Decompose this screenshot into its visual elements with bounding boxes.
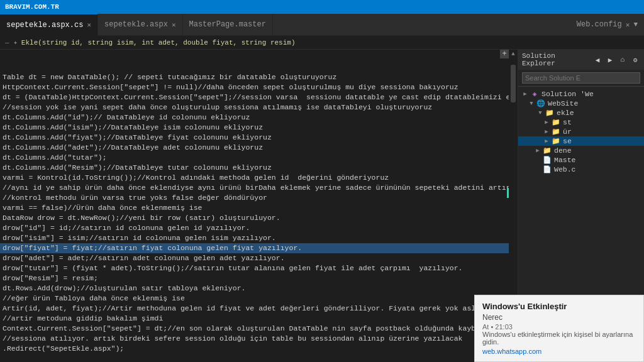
tree-item-website[interactable]: ▼ 🌐 WebSite bbox=[518, 99, 644, 108]
code-line: dt.Columns.Add("adet");//DataTableye ade… bbox=[0, 143, 509, 153]
tree-item-master[interactable]: 📄 Maste bbox=[518, 155, 644, 165]
code-line: HttpContext.Current.Session["sepet"] != … bbox=[0, 82, 509, 92]
website-icon: 🌐 bbox=[536, 99, 546, 107]
line-code: drow["tutar"] = (fiyat * adet).ToString(… bbox=[3, 263, 463, 273]
notif-link[interactable]: web.whatsapp.com bbox=[482, 348, 636, 355]
se-home-button[interactable]: ⌂ bbox=[618, 55, 628, 65]
code-line: dt.Columns.Add("fiyat");//DataTableye fi… bbox=[0, 133, 509, 143]
line-code: //artir metoduna giddip bakalım şimdi bbox=[3, 314, 163, 324]
website-label: WebSite bbox=[548, 99, 578, 107]
code-line: drow["id"] = id;//satırın id colonuna ge… bbox=[0, 223, 509, 233]
line-code: varmi = Kontrol(id.ToString());//Kontrol… bbox=[3, 173, 389, 183]
scroll-thumb[interactable] bbox=[511, 65, 516, 102]
code-line: drow["adet"] = adet;//satırın adet colon… bbox=[0, 253, 509, 263]
code-line: //session yok ise yani sepet daha önce o… bbox=[0, 102, 509, 112]
tab-sepetekle-cs[interactable]: sepetekle.aspx.cs ✕ bbox=[0, 14, 98, 36]
close-icon[interactable]: ✕ bbox=[626, 21, 630, 29]
file-label: Maste bbox=[554, 156, 576, 164]
code-line: dt.Columns.Add("isim");//DataTableye isi… bbox=[0, 123, 509, 133]
line-code: .Redirect("SepetEkle.aspx"); bbox=[3, 344, 124, 354]
line-code: Context.Current.Session["sepet"] = dt;//… bbox=[3, 324, 509, 334]
se-search-input[interactable] bbox=[522, 72, 640, 84]
breadcrumb-separator: — ✦ bbox=[5, 38, 18, 47]
line-code: drow["Resim"] = resim; bbox=[3, 273, 98, 283]
close-icon[interactable]: ✕ bbox=[87, 21, 91, 29]
tree-item-ekle[interactable]: ▼ 📁 ekle bbox=[518, 108, 644, 118]
tree-arrow: ▶ bbox=[533, 147, 542, 154]
line-code: //kontrol methodu ürün varsa true yoks f… bbox=[3, 193, 267, 203]
tab-sepetekle-aspx[interactable]: sepetekle.aspx ✕ bbox=[98, 14, 182, 36]
brand-label: BRAVIM.COM.TR bbox=[5, 3, 59, 11]
tree-item-webconfig[interactable]: 📄 Web.c bbox=[518, 165, 644, 174]
code-line: dt = (DataTable)HttpContext.Current.Sess… bbox=[0, 92, 509, 102]
line-code: Artir(id, adet, fiyat);//Artir methoduna… bbox=[3, 304, 509, 314]
tab-label: sepetekle.aspx bbox=[104, 20, 168, 29]
breadcrumb-bar: — ✦ Ekle(string id, string isim, int ade… bbox=[0, 36, 644, 50]
line-code: //sessiona atılıyor. artık birdeki sefer… bbox=[3, 334, 463, 344]
code-line: //aynı id ye sahip ürün daha önce eklend… bbox=[0, 183, 509, 193]
close-icon[interactable]: ✕ bbox=[172, 21, 176, 29]
scroll-up-arrow[interactable]: ▲ bbox=[509, 50, 518, 58]
line-code: dt = (DataTable)HttpContext.Current.Sess… bbox=[3, 92, 509, 102]
add-line-button[interactable]: + bbox=[500, 50, 509, 58]
line-code: drow["adet"] = adet;//satırın adet colon… bbox=[3, 253, 285, 263]
tree-item-se[interactable]: ▶ 📁 se bbox=[518, 136, 644, 146]
tree-item-dene[interactable]: ▶ 📁 dene bbox=[518, 146, 644, 155]
line-code: dt.Rows.Add(drow);//oluşturulan satır ta… bbox=[3, 283, 245, 293]
folder-label: se bbox=[563, 137, 572, 145]
notif-body: Windows'u etkinleştirmek için kişisel bi… bbox=[482, 331, 636, 346]
line-code: drow["isim"] = isim;//satırın id colonun… bbox=[3, 233, 276, 243]
code-line: Table dt = new DataTable(); // sepeti tu… bbox=[0, 72, 509, 82]
tree-arrow: ▶ bbox=[542, 119, 551, 126]
code-line: //sessiona atılıyor. artık birdeki sefer… bbox=[0, 334, 509, 344]
se-back-button[interactable]: ◀ bbox=[592, 55, 602, 65]
breadcrumb-method: Ekle(string id, string isim, int adet, d… bbox=[21, 39, 296, 47]
line-code: dt.Columns.Add("fiyat");//DataTableye fi… bbox=[3, 133, 272, 143]
tree-item-solution[interactable]: ▶ ◈ Solution 'We bbox=[518, 89, 644, 99]
tab-webconfig[interactable]: Web.config ✕ ▼ bbox=[570, 14, 644, 36]
tree-arrow: ▶ bbox=[521, 90, 530, 97]
notif-subtitle: Nerec bbox=[482, 313, 636, 322]
code-line: dt.Columns.Add("id");// DataTableye id c… bbox=[0, 112, 509, 123]
folder-icon: 📁 bbox=[545, 109, 555, 117]
code-line: dt.Columns.Add("tutar"); bbox=[0, 153, 509, 163]
folder-label: dene bbox=[554, 146, 572, 155]
se-header: Solution Explorer ◀ ▶ ⌂ ⚙ bbox=[518, 50, 644, 70]
tree-item-ur[interactable]: ▶ 📁 ür bbox=[518, 127, 644, 136]
code-line: Context.Current.Session["sepet"] = dt;//… bbox=[0, 324, 509, 334]
code-line: drow["isim"] = isim;//satırın id colonun… bbox=[0, 233, 509, 243]
tab-masterpage[interactable]: MasterPage.master bbox=[183, 14, 273, 36]
code-editor[interactable]: + Table dt = new DataTable(); // sepeti … bbox=[0, 50, 518, 362]
se-title: Solution Explorer bbox=[522, 52, 592, 67]
code-line: drow["Resim"] = resim; bbox=[0, 273, 509, 283]
file-icon: 📄 bbox=[542, 156, 552, 164]
se-forward-button[interactable]: ▶ bbox=[605, 55, 615, 65]
code-line: DataRow drow = dt.NewRow();//yeni bir ro… bbox=[0, 213, 509, 223]
file-label: Web.c bbox=[554, 165, 576, 173]
tree-item-st[interactable]: ▶ 📁 st bbox=[518, 118, 644, 127]
se-settings-button[interactable]: ⚙ bbox=[630, 55, 640, 65]
top-bar: BRAVIM.COM.TR bbox=[0, 0, 644, 14]
code-line: .Redirect("SepetEkle.aspx"); bbox=[0, 344, 509, 354]
code-line: varmi == false)//Ürün daha önce eklenmem… bbox=[0, 203, 509, 213]
code-line: //artir metoduna giddip bakalım şimdi bbox=[0, 314, 509, 324]
line-code: varmi == false)//Ürün daha önce eklenmem… bbox=[3, 203, 202, 213]
folder-icon: 📁 bbox=[542, 146, 552, 155]
code-line: //kontrol methodu ürün varsa true yoks f… bbox=[0, 193, 509, 203]
line-code: dt.Columns.Add("id");// DataTableye id c… bbox=[3, 112, 250, 123]
line-code: //aynı id ye sahip ürün daha önce eklend… bbox=[3, 183, 509, 193]
se-search-bar bbox=[518, 70, 644, 87]
folder-label: st bbox=[563, 118, 572, 126]
line-code: //eğer ürün Tabloya daha önce eklenmiş i… bbox=[3, 293, 185, 304]
line-code: dt.Columns.Add("isim");//DataTableye isi… bbox=[3, 123, 263, 133]
tree-arrow: ▶ bbox=[542, 128, 551, 135]
tab-label: MasterPage.master bbox=[189, 20, 266, 29]
code-line: drow["fiyat"] = fiyat;//satırın fiyat co… bbox=[0, 243, 509, 253]
tree-arrow: ▶ bbox=[542, 138, 551, 145]
solution-label: Solution 'We bbox=[541, 90, 594, 98]
line-code: //session yok ise yani sepet daha önce o… bbox=[3, 102, 432, 112]
folder-label: ür bbox=[563, 128, 572, 136]
dropdown-icon[interactable]: ▼ bbox=[633, 21, 638, 28]
tree-arrow: ▼ bbox=[527, 101, 536, 107]
line-code: drow["id"] = id;//satırın id colonuna ge… bbox=[3, 223, 250, 233]
